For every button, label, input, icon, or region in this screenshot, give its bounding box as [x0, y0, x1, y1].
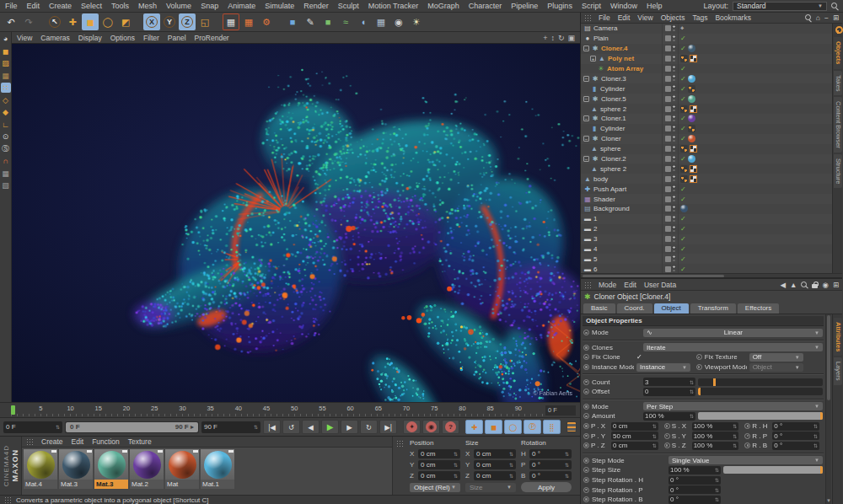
stepper-icon[interactable]: ⇅	[509, 451, 513, 457]
object-row-cloner-1-9[interactable]: −✱Cloner.1✓	[581, 114, 832, 124]
layout-dropdown[interactable]: Standard ▼	[733, 2, 827, 11]
axis-mode-button[interactable]: ∟	[1, 120, 11, 130]
stepper-icon[interactable]: ⇅	[715, 496, 719, 502]
animation-dot-icon[interactable]	[664, 433, 670, 439]
animation-dot-icon[interactable]	[583, 442, 589, 448]
value-field-0[interactable]: 0 °⇅	[668, 496, 721, 504]
enabled-check-icon[interactable]: ✓	[680, 115, 686, 122]
phong-tag-icon[interactable]	[688, 125, 695, 132]
attribute-tab-coord[interactable]: Coord.	[617, 303, 652, 314]
layer-box-icon[interactable]	[665, 166, 671, 172]
add-spline-button[interactable]: ✎	[302, 13, 319, 30]
visibility-toggles[interactable]	[662, 264, 679, 273]
scrubber-handle[interactable]: 0 F90 F ▸	[66, 422, 198, 432]
visibility-toggles[interactable]	[662, 184, 679, 194]
phong-tag-icon[interactable]	[680, 105, 688, 113]
goto-end-button[interactable]: ▶|	[379, 420, 397, 434]
visibility-toggles[interactable]	[662, 234, 679, 244]
am-menu-user-data[interactable]: User Data	[644, 281, 676, 289]
object-row-shader-17[interactable]: ▦Shader✓	[581, 194, 832, 204]
menu-mograph[interactable]: MoGraph	[427, 2, 459, 10]
material-tag-icon[interactable]	[680, 205, 688, 212]
visibility-dots-icon[interactable]	[673, 85, 675, 92]
object-row-3-21[interactable]: ▬3✓	[581, 234, 832, 244]
phong-tag-icon[interactable]	[680, 165, 688, 173]
checkbox-checked-icon[interactable]: ✓	[636, 353, 642, 361]
animation-dot-icon[interactable]	[744, 433, 750, 439]
coordinate-field[interactable]: 0 cm⇅	[474, 460, 516, 469]
coordinate-field[interactable]: 0 cm⇅	[474, 449, 516, 458]
enabled-check-icon[interactable]: ✓	[680, 85, 686, 93]
visibility-dots-icon[interactable]	[673, 105, 675, 112]
record-keyframe-button[interactable]: ✦	[403, 420, 421, 434]
display-filter-icon[interactable]: ◕	[1, 34, 11, 44]
expand-toggle-icon[interactable]: −	[583, 136, 589, 142]
animation-dot-icon[interactable]	[583, 404, 589, 410]
keying-help-button[interactable]: ?	[442, 420, 459, 434]
value-field-50-cm[interactable]: 50 cm⇅	[611, 432, 658, 440]
stepper-icon[interactable]: ⇅	[813, 433, 818, 439]
value-field-0[interactable]: 0⇅	[643, 388, 695, 396]
viewport-menu-view[interactable]: View	[17, 34, 32, 42]
last-used-tool[interactable]: ◩	[117, 13, 134, 30]
om-home-icon[interactable]: ⌂	[816, 13, 820, 22]
dropdown-off[interactable]: Off▼	[749, 353, 803, 362]
visibility-dots-icon[interactable]	[673, 226, 675, 233]
enabled-check-icon[interactable]: ✓	[680, 245, 686, 253]
am-menu-edit[interactable]: Edit	[624, 281, 636, 289]
object-row-cylinder-6[interactable]: ▮Cylinder✓	[581, 83, 832, 94]
value-field-0[interactable]: 0 °⇅	[772, 442, 819, 450]
visibility-toggles[interactable]	[662, 73, 679, 83]
value-field-100[interactable]: 100 %⇅	[692, 432, 739, 440]
material-tag-icon[interactable]	[688, 75, 695, 83]
visibility-dots-icon[interactable]	[673, 66, 675, 72]
layer-box-icon[interactable]	[665, 256, 671, 262]
enabled-check-icon[interactable]: ✓	[680, 95, 686, 103]
object-row-poly-net-3[interactable]: +▲Poly net	[581, 54, 832, 64]
attribute-tab-effectors[interactable]: Effectors	[738, 303, 779, 314]
layer-box-icon[interactable]	[665, 156, 671, 162]
stepper-icon[interactable]: ⇅	[715, 467, 719, 473]
enabled-check-icon[interactable]: ✓	[680, 225, 686, 233]
search-icon[interactable]	[831, 3, 838, 9]
stepper-icon[interactable]: ⇅	[454, 473, 458, 479]
om-menu-edit[interactable]: Edit	[618, 13, 631, 22]
autokey-toggle-button[interactable]: ◉	[422, 420, 440, 434]
animation-dot-icon[interactable]	[744, 423, 750, 429]
enabled-check-icon[interactable]: ✓	[680, 135, 686, 142]
om-expand-icon[interactable]: ⊞	[833, 13, 839, 22]
visibility-toggles[interactable]	[662, 64, 679, 74]
visibility-dots-icon[interactable]	[673, 265, 675, 272]
stepper-icon[interactable]: ⇅	[565, 462, 569, 468]
enabled-check-icon[interactable]: ✓	[680, 155, 686, 163]
coordinate-field[interactable]: 0 °⇅	[529, 471, 572, 480]
menu-file[interactable]: File	[5, 2, 18, 10]
stepper-icon[interactable]: ⇅	[690, 379, 694, 385]
render-picture-viewer-button[interactable]: ▦	[240, 13, 257, 30]
layer-box-icon[interactable]	[665, 86, 671, 92]
panel-grip-icon[interactable]	[4, 496, 11, 503]
object-row-background-18[interactable]: ▤Background	[581, 204, 832, 214]
am-menu-mode[interactable]: Mode	[599, 281, 616, 289]
lock-icon[interactable]	[812, 281, 818, 288]
value-slider[interactable]	[723, 466, 823, 474]
layer-box-icon[interactable]	[665, 176, 671, 182]
material-mat-4[interactable]: Mat	[165, 449, 199, 489]
material-mat-2-3[interactable]: Mat.2	[130, 449, 164, 489]
record-scale-toggle[interactable]: ◼	[485, 420, 502, 434]
viewport[interactable]: © Fabian Aerts	[12, 44, 580, 402]
animation-dot-icon[interactable]	[664, 442, 670, 448]
visibility-dots-icon[interactable]	[673, 196, 675, 202]
om-menu-objects[interactable]: Objects	[661, 13, 685, 22]
previous-frame-button[interactable]: ◀	[302, 420, 319, 434]
attribute-tab-transform[interactable]: Transform	[690, 303, 736, 314]
layer-box-icon[interactable]	[665, 66, 671, 72]
record-parameter-toggle[interactable]: Ⓟ	[524, 420, 541, 434]
menu-sculpt[interactable]: Sculpt	[338, 2, 359, 10]
animation-dot-icon[interactable]	[583, 379, 589, 385]
goto-start-button[interactable]: |◀	[263, 420, 281, 434]
object-row-4-22[interactable]: ▬4✓	[581, 244, 832, 255]
value-field-0[interactable]: 0 °⇅	[668, 476, 721, 485]
value-slider[interactable]	[698, 412, 823, 420]
attribute-tab-object[interactable]: Object	[654, 303, 689, 314]
